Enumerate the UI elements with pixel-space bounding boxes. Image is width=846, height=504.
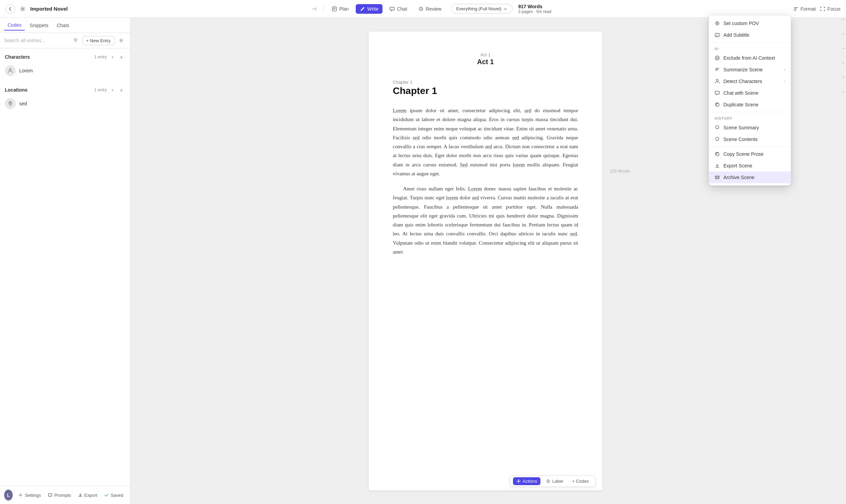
character-lorem[interactable]: Lorem	[0, 63, 130, 79]
ctx-scene-contents[interactable]: Scene Contents	[709, 133, 791, 145]
lorem-link-3[interactable]: Lorem	[468, 186, 482, 191]
svg-point-8	[717, 23, 718, 24]
svg-point-0	[22, 8, 24, 10]
locations-header: Locations 1 entry + ∧	[0, 84, 130, 96]
lorem-link-2[interactable]: lorem	[513, 162, 525, 167]
scene-actions-bar: Actions Label + Codex	[510, 476, 595, 487]
svg-point-5	[10, 103, 11, 104]
sed-link-1[interactable]: sed	[524, 108, 531, 113]
ctx-divider-1	[709, 42, 791, 43]
sidebar-tab-chats[interactable]: Chats	[53, 21, 73, 30]
tab-review[interactable]: Review	[414, 4, 446, 14]
actions-button[interactable]: Actions	[513, 477, 541, 485]
filter-button[interactable]	[71, 36, 80, 45]
ctx-detect-characters[interactable]: Detect Characters ›	[709, 75, 791, 87]
ctx-summarize-scene[interactable]: Summarize Scene ›	[709, 64, 791, 75]
ctx-chat-with-scene[interactable]: Chat with Scene	[709, 87, 791, 99]
prose-paragraph-2[interactable]: Amet risus nullam eget felis. Lorem done…	[393, 184, 578, 256]
settings-footer-button[interactable]: Settings	[15, 491, 44, 500]
sidebar-footer: L Settings Prompts Export Saved	[0, 486, 130, 504]
scroll-tick	[842, 19, 845, 20]
word-count-badge: 229 Words	[610, 169, 630, 174]
pin-icon[interactable]	[309, 4, 319, 14]
settings-button[interactable]	[116, 36, 126, 45]
characters-title: Characters	[5, 54, 92, 60]
scene-label: Act 1	[393, 52, 578, 57]
codex-button[interactable]: + Codex	[569, 477, 592, 485]
collapse-characters-button[interactable]: ∧	[118, 53, 125, 61]
search-input[interactable]	[4, 38, 69, 43]
focus-button[interactable]: Focus	[820, 6, 841, 12]
locations-count: 1 entry	[94, 87, 107, 92]
format-button[interactable]: Format	[793, 6, 816, 12]
ctx-divider-3	[709, 146, 791, 147]
lorem-link-4[interactable]: lorem	[446, 195, 458, 200]
back-button[interactable]	[5, 4, 15, 14]
location-sed[interactable]: sed	[0, 96, 130, 112]
ctx-duplicate-scene[interactable]: Duplicate Scene	[709, 99, 791, 110]
label-button[interactable]: Label	[542, 477, 567, 485]
sed-link-6[interactable]: sed	[472, 195, 479, 200]
svg-point-4	[9, 69, 11, 71]
right-scrollbar	[841, 18, 846, 504]
locations-section: Locations 1 entry + ∧ sed	[0, 81, 130, 114]
sed-link-7[interactable]: sed	[570, 231, 577, 236]
collapse-locations-button[interactable]: ∧	[118, 86, 125, 94]
characters-section: Characters 1 entry + ∧ Lorem	[0, 48, 130, 81]
lorem-link-1[interactable]: Lorem	[393, 108, 407, 113]
sed-link-4[interactable]: sed	[485, 144, 492, 149]
characters-actions: + ∧	[109, 53, 125, 61]
svg-rect-1	[332, 7, 336, 11]
characters-header: Characters 1 entry + ∧	[0, 51, 130, 63]
scroll-tick	[842, 77, 845, 78]
scroll-tick	[842, 91, 845, 92]
tab-plan[interactable]: Plan	[328, 4, 353, 14]
new-entry-button[interactable]: + New Entry	[82, 36, 114, 45]
ctx-archive-scene[interactable]: Archive Scene	[709, 172, 791, 183]
add-character-button[interactable]: +	[109, 53, 116, 61]
scroll-tick	[842, 34, 845, 34]
prose-paragraph-1[interactable]: Lorem ipsum dolor sit amet, consectetur …	[393, 106, 578, 178]
ctx-scene-summary[interactable]: Scene Summary	[709, 122, 791, 133]
sed-link-3[interactable]: sed	[512, 135, 519, 140]
chapter-title: Chapter 1	[393, 85, 578, 96]
sidebar-tab-snippets[interactable]: Snippets	[26, 21, 52, 30]
character-lorem-name: Lorem	[19, 68, 33, 73]
word-count: 917 Words 3 pages · 5m read	[518, 4, 551, 14]
svg-point-6	[20, 494, 21, 496]
ctx-arrow-detect: ›	[784, 79, 785, 84]
context-menu: Set custom POV Add Subtitle AI Exclude f…	[709, 15, 791, 186]
add-location-button[interactable]: +	[109, 86, 116, 94]
scope-button[interactable]: Everything (Full Novel)	[451, 4, 513, 14]
prompts-footer-button[interactable]: Prompts	[45, 491, 73, 500]
saved-indicator: Saved	[101, 491, 126, 500]
locations-actions: + ∧	[109, 86, 125, 94]
ctx-export-scene[interactable]: Export Scene	[709, 160, 791, 172]
ctx-copy-scene-prose[interactable]: Copy Scene Prose	[709, 148, 791, 160]
editor-page[interactable]: Act 1 Act 1 Chapter 1 Chapter 1 Lorem ip…	[369, 32, 602, 490]
location-sed-name: sed	[19, 101, 27, 106]
sidebar-tab-codex[interactable]: Codex	[4, 20, 25, 31]
chapter-label: Chapter 1	[393, 80, 578, 85]
avatar: L	[4, 490, 13, 501]
sed-link-5[interactable]: Sed	[460, 162, 468, 167]
ctx-arrow-summarize: ›	[784, 67, 785, 72]
svg-rect-13	[716, 153, 719, 156]
sed-link-2[interactable]: sed	[413, 135, 420, 140]
settings-icon[interactable]	[18, 4, 27, 14]
tab-chat[interactable]: Chat	[385, 4, 411, 14]
ctx-add-subtitle[interactable]: Add Subtitle	[709, 29, 791, 41]
sidebar-toolbar: + New Entry	[0, 33, 130, 48]
ctx-ai-label: AI	[709, 44, 791, 52]
nav-right: Format Focus	[793, 6, 841, 12]
scene-title: Act 1	[393, 58, 578, 66]
ctx-history-label: HISTORY	[709, 114, 791, 122]
sidebar: Codex Snippets Chats + New Entry	[0, 18, 130, 504]
nav-divider	[323, 5, 323, 13]
ctx-exclude-ai[interactable]: Exclude from AI Context	[709, 52, 791, 64]
scroll-tick	[842, 48, 845, 49]
ctx-set-custom-pov[interactable]: Set custom POV	[709, 17, 791, 29]
export-footer-button[interactable]: Export	[75, 491, 100, 500]
svg-point-3	[121, 40, 122, 41]
tab-write[interactable]: Write	[356, 4, 382, 14]
